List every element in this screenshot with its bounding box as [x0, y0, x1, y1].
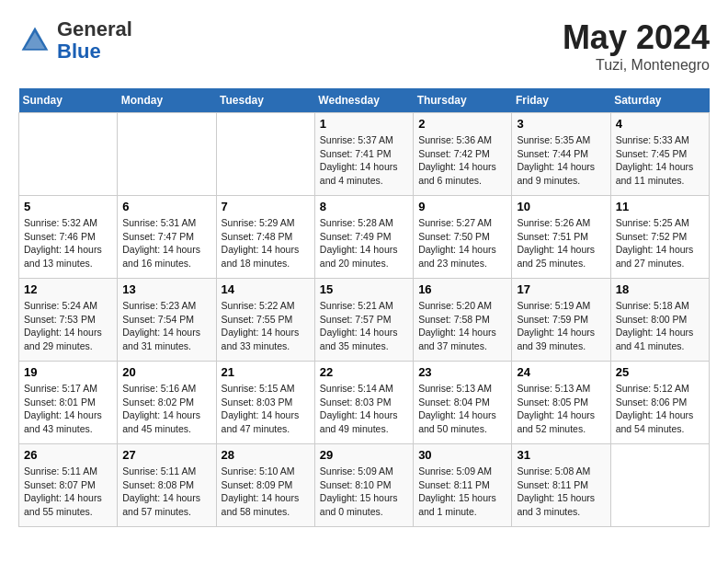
- header: General Blue May 2024 Tuzi, Montenegro: [18, 18, 710, 74]
- calendar-cell: 19 Sunrise: 5:17 AMSunset: 8:01 PMDaylig…: [19, 362, 118, 444]
- day-info: Sunrise: 5:12 AMSunset: 8:06 PMDaylight:…: [616, 382, 704, 436]
- day-number: 31: [517, 448, 605, 462]
- month-title: May 2024: [563, 18, 710, 57]
- logo-blue: Blue: [57, 40, 101, 63]
- calendar-cell: 8 Sunrise: 5:28 AMSunset: 7:49 PMDayligh…: [314, 196, 413, 279]
- day-number: 27: [122, 448, 210, 462]
- day-number: 24: [517, 365, 605, 379]
- calendar-week-4: 26 Sunrise: 5:11 AMSunset: 8:07 PMDaylig…: [19, 444, 710, 527]
- calendar-cell: 1 Sunrise: 5:37 AMSunset: 7:41 PMDayligh…: [314, 113, 413, 196]
- day-info: Sunrise: 5:11 AMSunset: 8:07 PMDaylight:…: [24, 465, 112, 519]
- calendar-cell: 13 Sunrise: 5:23 AMSunset: 7:54 PMDaylig…: [118, 279, 216, 362]
- day-number: 19: [24, 365, 112, 379]
- day-number: 6: [122, 200, 210, 213]
- day-info: Sunrise: 5:29 AMSunset: 7:48 PMDaylight:…: [222, 216, 310, 270]
- calendar-cell: 5 Sunrise: 5:32 AMSunset: 7:46 PMDayligh…: [19, 196, 118, 279]
- day-number: 22: [320, 365, 408, 379]
- calendar-cell: 29 Sunrise: 5:09 AMSunset: 8:10 PMDaylig…: [314, 444, 413, 527]
- header-sunday: Sunday: [19, 88, 118, 113]
- day-number: 25: [616, 365, 704, 379]
- day-info: Sunrise: 5:25 AMSunset: 7:52 PMDaylight:…: [616, 216, 704, 270]
- calendar-body: 1 Sunrise: 5:37 AMSunset: 7:41 PMDayligh…: [19, 113, 710, 527]
- day-info: Sunrise: 5:17 AMSunset: 8:01 PMDaylight:…: [24, 382, 112, 436]
- calendar-cell: 30 Sunrise: 5:09 AMSunset: 8:11 PMDaylig…: [414, 444, 512, 527]
- day-number: 10: [517, 200, 605, 213]
- day-info: Sunrise: 5:21 AMSunset: 7:57 PMDaylight:…: [320, 299, 408, 353]
- day-info: Sunrise: 5:15 AMSunset: 8:03 PMDaylight:…: [222, 382, 310, 436]
- day-info: Sunrise: 5:35 AMSunset: 7:44 PMDaylight:…: [517, 133, 605, 188]
- day-info: Sunrise: 5:18 AMSunset: 8:00 PMDaylight:…: [616, 299, 704, 353]
- day-info: Sunrise: 5:09 AMSunset: 8:11 PMDaylight:…: [418, 465, 506, 519]
- day-info: Sunrise: 5:09 AMSunset: 8:10 PMDaylight:…: [320, 465, 408, 519]
- calendar-cell: 12 Sunrise: 5:24 AMSunset: 7:53 PMDaylig…: [19, 279, 118, 362]
- day-number: 18: [616, 282, 704, 296]
- calendar-cell: 17 Sunrise: 5:19 AMSunset: 7:59 PMDaylig…: [512, 279, 610, 362]
- day-info: Sunrise: 5:16 AMSunset: 8:02 PMDaylight:…: [122, 382, 210, 436]
- calendar-cell: 28 Sunrise: 5:10 AMSunset: 8:09 PMDaylig…: [216, 444, 314, 527]
- day-info: Sunrise: 5:08 AMSunset: 8:11 PMDaylight:…: [517, 465, 605, 519]
- calendar-week-2: 12 Sunrise: 5:24 AMSunset: 7:53 PMDaylig…: [19, 279, 710, 362]
- header-row: Sunday Monday Tuesday Wednesday Thursday…: [19, 88, 710, 113]
- day-number: 20: [122, 365, 210, 379]
- calendar-cell: 10 Sunrise: 5:26 AMSunset: 7:51 PMDaylig…: [512, 196, 610, 279]
- calendar-header: Sunday Monday Tuesday Wednesday Thursday…: [19, 88, 710, 113]
- logo: General Blue: [18, 18, 132, 63]
- calendar-table: Sunday Monday Tuesday Wednesday Thursday…: [18, 88, 710, 527]
- day-number: 13: [122, 282, 210, 296]
- calendar-cell: 11 Sunrise: 5:25 AMSunset: 7:52 PMDaylig…: [610, 196, 709, 279]
- day-info: Sunrise: 5:23 AMSunset: 7:54 PMDaylight:…: [122, 299, 210, 353]
- calendar-cell: 15 Sunrise: 5:21 AMSunset: 7:57 PMDaylig…: [314, 279, 413, 362]
- header-monday: Monday: [118, 88, 216, 113]
- calendar-cell: 9 Sunrise: 5:27 AMSunset: 7:50 PMDayligh…: [414, 196, 512, 279]
- day-number: 11: [616, 200, 704, 213]
- calendar-cell: 20 Sunrise: 5:16 AMSunset: 8:02 PMDaylig…: [118, 362, 216, 444]
- day-number: 28: [222, 448, 310, 462]
- day-number: 1: [320, 117, 408, 131]
- calendar-week-3: 19 Sunrise: 5:17 AMSunset: 8:01 PMDaylig…: [19, 362, 710, 444]
- calendar-cell: 23 Sunrise: 5:13 AMSunset: 8:04 PMDaylig…: [414, 362, 512, 444]
- day-info: Sunrise: 5:11 AMSunset: 8:08 PMDaylight:…: [122, 465, 210, 519]
- calendar-cell: 4 Sunrise: 5:33 AMSunset: 7:45 PMDayligh…: [610, 113, 709, 196]
- day-info: Sunrise: 5:22 AMSunset: 7:55 PMDaylight:…: [222, 299, 310, 353]
- calendar-cell: 25 Sunrise: 5:12 AMSunset: 8:06 PMDaylig…: [610, 362, 709, 444]
- calendar-cell: 21 Sunrise: 5:15 AMSunset: 8:03 PMDaylig…: [216, 362, 314, 444]
- calendar-cell: 7 Sunrise: 5:29 AMSunset: 7:48 PMDayligh…: [216, 196, 314, 279]
- logo-icon: [18, 24, 51, 57]
- day-info: Sunrise: 5:26 AMSunset: 7:51 PMDaylight:…: [517, 216, 605, 270]
- calendar-cell: 27 Sunrise: 5:11 AMSunset: 8:08 PMDaylig…: [118, 444, 216, 527]
- day-info: Sunrise: 5:27 AMSunset: 7:50 PMDaylight:…: [418, 216, 506, 270]
- day-info: Sunrise: 5:37 AMSunset: 7:41 PMDaylight:…: [320, 133, 408, 188]
- calendar-cell: 31 Sunrise: 5:08 AMSunset: 8:11 PMDaylig…: [512, 444, 610, 527]
- day-number: 21: [222, 365, 310, 379]
- day-number: 26: [24, 448, 112, 462]
- header-friday: Friday: [512, 88, 610, 113]
- day-number: 14: [222, 282, 310, 296]
- day-info: Sunrise: 5:14 AMSunset: 8:03 PMDaylight:…: [320, 382, 408, 436]
- title-area: May 2024 Tuzi, Montenegro: [563, 18, 710, 74]
- calendar-cell: 22 Sunrise: 5:14 AMSunset: 8:03 PMDaylig…: [314, 362, 413, 444]
- day-info: Sunrise: 5:28 AMSunset: 7:49 PMDaylight:…: [320, 216, 408, 270]
- day-number: 23: [418, 365, 506, 379]
- day-number: 4: [616, 117, 704, 131]
- calendar-cell: 2 Sunrise: 5:36 AMSunset: 7:42 PMDayligh…: [414, 113, 512, 196]
- calendar-cell: 18 Sunrise: 5:18 AMSunset: 8:00 PMDaylig…: [610, 279, 709, 362]
- day-info: Sunrise: 5:19 AMSunset: 7:59 PMDaylight:…: [517, 299, 605, 353]
- day-info: Sunrise: 5:31 AMSunset: 7:47 PMDaylight:…: [122, 216, 210, 270]
- day-number: 9: [418, 200, 506, 213]
- calendar-week-1: 5 Sunrise: 5:32 AMSunset: 7:46 PMDayligh…: [19, 196, 710, 279]
- calendar-cell: [118, 113, 216, 196]
- day-number: 15: [320, 282, 408, 296]
- day-number: 30: [418, 448, 506, 462]
- header-wednesday: Wednesday: [314, 88, 413, 113]
- calendar-cell: 26 Sunrise: 5:11 AMSunset: 8:07 PMDaylig…: [19, 444, 118, 527]
- day-number: 3: [517, 117, 605, 131]
- calendar-cell: [610, 444, 709, 527]
- header-thursday: Thursday: [414, 88, 512, 113]
- day-info: Sunrise: 5:13 AMSunset: 8:05 PMDaylight:…: [517, 382, 605, 436]
- calendar-cell: [19, 113, 118, 196]
- calendar-cell: 6 Sunrise: 5:31 AMSunset: 7:47 PMDayligh…: [118, 196, 216, 279]
- calendar-cell: 14 Sunrise: 5:22 AMSunset: 7:55 PMDaylig…: [216, 279, 314, 362]
- day-number: 8: [320, 200, 408, 213]
- day-number: 17: [517, 282, 605, 296]
- header-tuesday: Tuesday: [216, 88, 314, 113]
